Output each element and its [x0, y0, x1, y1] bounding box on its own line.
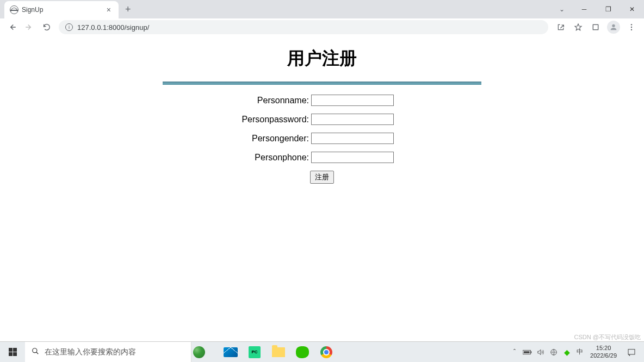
- url-bar[interactable]: i 127.0.0.1:8000/signup/: [59, 20, 548, 34]
- persongender-input[interactable]: [311, 133, 394, 144]
- window-controls: ⌄ ─ ❐ ✕: [552, 0, 644, 18]
- volume-icon[interactable]: [535, 344, 547, 360]
- browser-tab[interactable]: SignUp ×: [4, 1, 119, 18]
- person-icon: [609, 23, 618, 32]
- date-text: 2022/6/29: [590, 352, 617, 359]
- tab-title: SignUp: [22, 6, 101, 14]
- battery-icon[interactable]: [522, 344, 534, 360]
- square-icon: [591, 23, 600, 32]
- chrome-icon: [320, 346, 332, 358]
- signup-form: 用户注册 Personname: Personpassword: Persong…: [163, 47, 481, 184]
- browser-chrome: SignUp × + ⌄ ─ ❐ ✕ i 127.0.0.1:8000/sign…: [0, 0, 644, 36]
- ime-icon[interactable]: 中: [574, 344, 586, 360]
- share-icon: [556, 23, 565, 32]
- clock[interactable]: 15:20 2022/6/29: [587, 345, 620, 359]
- back-button[interactable]: [4, 20, 20, 35]
- explorer-app[interactable]: [267, 342, 290, 363]
- arrow-right-icon: [24, 22, 34, 32]
- wechat-icon: [296, 346, 309, 358]
- cortana-icon: [193, 346, 205, 358]
- svg-point-5: [33, 348, 37, 353]
- tab-search-icon[interactable]: ⌄: [552, 5, 572, 13]
- url-text: 127.0.0.1:8000/signup/: [77, 23, 149, 32]
- close-tab-icon[interactable]: ×: [104, 5, 113, 14]
- windows-icon: [9, 348, 17, 356]
- menu-button[interactable]: [623, 20, 640, 35]
- globe-icon: [10, 5, 18, 14]
- star-icon: [574, 23, 583, 32]
- profile-button[interactable]: [607, 21, 620, 34]
- maximize-button[interactable]: ❐: [596, 1, 620, 17]
- pycharm-app[interactable]: PC: [243, 342, 267, 363]
- minimize-button[interactable]: ─: [572, 1, 596, 17]
- personpassword-label: Personpassword:: [163, 115, 311, 124]
- reload-icon: [42, 23, 51, 32]
- persongender-label: Persongender:: [163, 134, 311, 143]
- taskbar-search[interactable]: 在这里输入你要搜索的内容: [25, 342, 191, 363]
- forward-button[interactable]: [22, 20, 37, 35]
- search-placeholder: 在这里输入你要搜索的内容: [45, 347, 136, 357]
- taskbar: 在这里输入你要搜索的内容 PC ˆ ◆ 中 15:20 2022/6/29: [0, 341, 644, 362]
- network-icon[interactable]: [548, 344, 560, 360]
- reload-button[interactable]: [39, 20, 54, 35]
- personname-label: Personname:: [163, 96, 311, 105]
- chrome-app[interactable]: [314, 342, 338, 363]
- bookmark-button[interactable]: [570, 20, 586, 35]
- form-row-personphone: Personphone:: [163, 152, 481, 163]
- mail-app[interactable]: [219, 342, 243, 363]
- watermark: CSDN @不写代码没饭吃: [574, 333, 641, 341]
- system-tray: ˆ ◆ 中 15:20 2022/6/29: [509, 342, 644, 363]
- search-icon: [32, 347, 39, 357]
- toolbar-right: [553, 20, 640, 35]
- tray-app-icon[interactable]: ◆: [561, 344, 573, 360]
- site-info-icon[interactable]: i: [65, 23, 73, 31]
- form-row-personpassword: Personpassword:: [163, 114, 481, 125]
- share-button[interactable]: [553, 20, 569, 35]
- cortana-button[interactable]: [195, 342, 219, 363]
- page-title: 用户注册: [163, 47, 481, 71]
- close-window-button[interactable]: ✕: [620, 1, 644, 17]
- start-button[interactable]: [0, 342, 25, 363]
- personphone-label: Personphone:: [163, 153, 311, 163]
- notifications-icon: [627, 348, 636, 357]
- time-text: 15:20: [590, 345, 617, 352]
- new-tab-button[interactable]: +: [119, 4, 138, 15]
- dots-vertical-icon: [627, 23, 636, 32]
- svg-point-3: [631, 27, 632, 28]
- svg-rect-10: [628, 349, 635, 354]
- personphone-input[interactable]: [311, 152, 394, 163]
- taskbar-apps: PC: [195, 342, 338, 363]
- arrow-left-icon: [7, 22, 17, 32]
- divider: [163, 82, 481, 85]
- personname-input[interactable]: [311, 95, 394, 106]
- tray-chevron-up-icon[interactable]: ˆ: [509, 344, 521, 360]
- form-row-persongender: Persongender:: [163, 133, 481, 144]
- svg-rect-7: [530, 351, 531, 353]
- page-content: 用户注册 Personname: Personpassword: Persong…: [0, 36, 644, 184]
- form-row-personname: Personname:: [163, 95, 481, 106]
- svg-point-2: [631, 24, 632, 25]
- tab-bar: SignUp × + ⌄ ─ ❐ ✕: [0, 0, 644, 18]
- personpassword-input[interactable]: [311, 114, 394, 125]
- notifications-button[interactable]: [621, 342, 642, 363]
- mail-icon: [224, 347, 238, 357]
- svg-rect-0: [593, 24, 598, 29]
- address-bar: i 127.0.0.1:8000/signup/: [0, 18, 644, 36]
- svg-rect-8: [524, 351, 530, 353]
- submit-button[interactable]: 注册: [310, 171, 334, 184]
- svg-point-1: [612, 24, 615, 27]
- extensions-button[interactable]: [587, 20, 604, 35]
- svg-point-4: [631, 29, 632, 30]
- pycharm-icon: PC: [249, 346, 261, 358]
- wechat-app[interactable]: [290, 342, 314, 363]
- folder-icon: [272, 347, 285, 357]
